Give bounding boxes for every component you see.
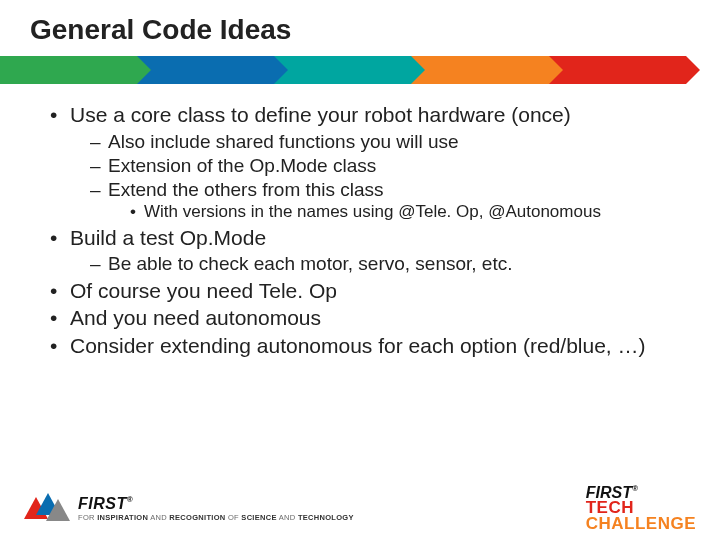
sub-text: Extension of the Op.Mode class [108, 155, 376, 176]
header-stripe [0, 56, 720, 84]
first-tagline: FOR INSPIRATION AND RECOGNITION OF SCIEN… [78, 513, 354, 522]
bullet-1-sub-3-sub-1: With versions in the names using @Tele. … [130, 202, 688, 223]
first-logo-text: FIRST® FOR INSPIRATION AND RECOGNITION O… [78, 495, 354, 522]
bullet-3: Of course you need Tele. Op [50, 278, 688, 304]
slide-title: General Code Ideas [0, 0, 720, 56]
bullet-text: Of course you need Tele. Op [70, 279, 337, 302]
bullet-1-sub-3: Extend the others from this class With v… [90, 178, 688, 223]
stripe-seg-orange [411, 56, 548, 84]
tagline-part: TECHNOLOGY [298, 513, 354, 522]
bullet-2: Build a test Op.Mode Be able to check ea… [50, 225, 688, 276]
slide-body: Use a core class to define your robot ha… [0, 84, 720, 358]
stripe-seg-teal [274, 56, 411, 84]
bullet-1: Use a core class to define your robot ha… [50, 102, 688, 223]
bullet-1-sub-2: Extension of the Op.Mode class [90, 154, 688, 177]
first-brand: FIRST® [78, 495, 354, 513]
stripe-seg-green [0, 56, 137, 84]
sub-text: Extend the others from this class [108, 179, 384, 200]
stripe-seg-blue [137, 56, 274, 84]
bullet-4: And you need autonomous [50, 305, 688, 331]
registered-mark: ® [127, 495, 133, 504]
tagline-part: AND [148, 513, 169, 522]
first-logo: FIRST® FOR INSPIRATION AND RECOGNITION O… [24, 493, 354, 523]
sub-text: Be able to check each motor, servo, sens… [108, 253, 513, 274]
bullet-text: Use a core class to define your robot ha… [70, 103, 571, 126]
bullet-1-sub-1: Also include shared functions you will u… [90, 130, 688, 153]
tagline-part: FOR [78, 513, 97, 522]
tagline-part: OF [226, 513, 242, 522]
challenge-line: CHALLENGE [586, 516, 696, 532]
tagline-part: INSPIRATION [97, 513, 148, 522]
sub-text: Also include shared functions you will u… [108, 131, 459, 152]
subsub-text: With versions in the names using @Tele. … [144, 202, 601, 221]
bullet-text: Build a test Op.Mode [70, 226, 266, 249]
footer: FIRST® FOR INSPIRATION AND RECOGNITION O… [0, 485, 720, 532]
brand-word: FIRST [78, 495, 127, 512]
tagline-part: AND [277, 513, 298, 522]
registered-mark: ® [632, 484, 638, 493]
bullet-text: And you need autonomous [70, 306, 321, 329]
tagline-part: SCIENCE [241, 513, 276, 522]
tagline-part: RECOGNITION [169, 513, 225, 522]
tech-challenge-logo: FIRST® TECH CHALLENGE [586, 485, 696, 532]
bullet-2-sub-1: Be able to check each motor, servo, sens… [90, 252, 688, 275]
stripe-seg-red [549, 56, 686, 84]
bullet-text: Consider extending autonomous for each o… [70, 334, 646, 357]
first-logo-triangles-icon [24, 493, 70, 523]
bullet-5: Consider extending autonomous for each o… [50, 333, 688, 359]
